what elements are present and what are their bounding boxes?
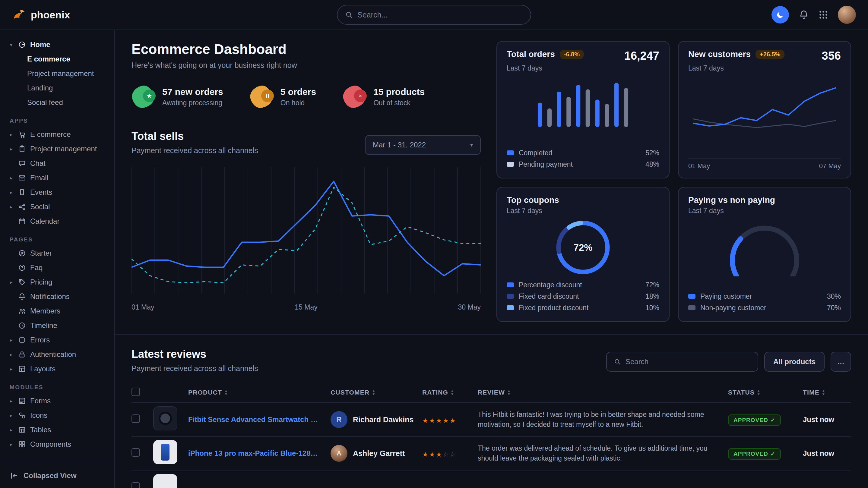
column-review[interactable]: REVIEW▴▾ (478, 389, 728, 396)
sidebar-item-starter[interactable]: Starter (8, 246, 109, 260)
sort-icon: ▴▾ (451, 389, 454, 395)
paying-gauge-svg (710, 216, 819, 276)
sidebar-item-e-commerce[interactable]: ▸E commerce (8, 127, 109, 142)
product-link[interactable]: iPhone 13 pro max-Pacific Blue-128GB sto… (188, 449, 331, 458)
sidebar-item-members[interactable]: Members (8, 304, 109, 318)
search-input[interactable] (358, 10, 523, 19)
total-orders-chart-svg (507, 78, 659, 130)
users-icon (18, 307, 26, 315)
main-content: Ecommerce Dashboard Here's what's going … (115, 30, 868, 488)
customer-cell[interactable]: AAshley Garrett (331, 445, 422, 462)
product-link[interactable]: Fitbit Sense Advanced Smartwatch with To… (188, 415, 331, 424)
customer-cell[interactable]: RRichard Dawkins (331, 411, 422, 428)
sidebar-item-label: Starter (30, 249, 52, 257)
sidebar-item-home[interactable]: ▾Home (8, 37, 109, 52)
star-icon: ★ (436, 451, 443, 458)
column-product[interactable]: PRODUCT▴▾ (188, 389, 331, 396)
sidebar-item-project-management[interactable]: Project management (8, 66, 109, 81)
sidebar-item-chat[interactable]: Chat (8, 156, 109, 171)
sidebar-item-timeline[interactable]: Timeline (8, 318, 109, 333)
caret-icon: ▸ (8, 132, 14, 137)
chat-icon (18, 159, 26, 167)
notifications-button[interactable] (799, 10, 809, 20)
sidebar-nav: ▾HomeE commerceProject managementLanding… (0, 30, 114, 463)
orders-legend: Completed 52% Pending payment 48% (507, 147, 659, 170)
sort-icon: ▴▾ (372, 389, 375, 395)
sidebar-item-pricing[interactable]: ▸Pricing (8, 275, 109, 289)
clipboard-icon (18, 145, 26, 153)
sidebar-item-social[interactable]: ▸Social (8, 199, 109, 214)
layout-icon (18, 365, 26, 373)
shapes-icon (18, 412, 26, 419)
row-checkbox[interactable] (131, 415, 140, 423)
brand-name: phoenix (31, 9, 70, 21)
sidebar-item-landing[interactable]: Landing (8, 81, 109, 95)
bell-icon (799, 10, 809, 20)
column-status[interactable]: STATUS▴▾ (728, 389, 803, 396)
sidebar-item-notifications[interactable]: Notifications (8, 289, 109, 304)
star-icon: ★ (422, 417, 429, 424)
sidebar-item-email[interactable]: ▸Email (8, 171, 109, 185)
reviews-search[interactable] (606, 352, 758, 372)
sidebar-item-label: Tables (30, 426, 51, 434)
sidebar-item-layouts[interactable]: ▸Layouts (8, 362, 109, 376)
stat-item: × 15 products Out of stock (343, 85, 425, 108)
column-time[interactable]: TIME▴▾ (803, 389, 851, 396)
stat-value: 57 new orders (162, 87, 223, 97)
legend-label: Pending payment (519, 160, 573, 168)
more-options-button[interactable]: … (831, 352, 851, 372)
collapsed-view-toggle[interactable]: Collapsed View (0, 463, 114, 488)
row-checkbox[interactable] (131, 448, 140, 457)
sidebar-item-errors[interactable]: ▸Errors (8, 333, 109, 347)
product-image[interactable] (153, 440, 177, 464)
card-title: Total orders (507, 50, 555, 59)
sidebar-item-social-feed[interactable]: Social feed (8, 95, 109, 110)
stat-caption: On hold (280, 99, 316, 107)
sidebar-item-calendar[interactable]: Calendar (8, 214, 109, 228)
sidebar-item-icons[interactable]: ▸Icons (8, 408, 109, 423)
sidebar-item-e-commerce[interactable]: E commerce (8, 52, 109, 66)
sidebar-item-project-management[interactable]: ▸Project management (8, 142, 109, 156)
trend-badge: -6.8% (560, 50, 584, 59)
column-customer[interactable]: CUSTOMER▴▾ (331, 389, 422, 396)
sidebar-item-faq[interactable]: Faq (8, 260, 109, 275)
card-title: Top coupons (507, 195, 659, 205)
topbar-search[interactable] (337, 5, 531, 25)
review-text: The order was delivered ahead of schedul… (478, 444, 728, 464)
reviews-search-input[interactable] (625, 357, 750, 366)
trend-badge: +26.5% (755, 50, 784, 59)
sidebar-item-tables[interactable]: ▸Tables (8, 423, 109, 437)
x-axis-labels: 01 May15 May30 May (131, 303, 481, 312)
sidebar-item-label: Authentication (30, 350, 76, 359)
product-image[interactable] (153, 406, 177, 430)
table-row (131, 470, 851, 488)
legend-bullet (507, 305, 514, 310)
star-icon: ★ (443, 417, 450, 424)
apps-grid-button[interactable] (818, 10, 828, 20)
user-avatar[interactable] (838, 6, 856, 24)
row-checkbox[interactable] (131, 482, 140, 488)
all-products-button[interactable]: All products (764, 352, 825, 372)
product-image[interactable] (153, 474, 177, 488)
sidebar-item-components[interactable]: ▸Components (8, 437, 109, 452)
column-rating[interactable]: RATING▴▾ (422, 389, 478, 396)
theme-toggle-button[interactable] (772, 6, 789, 24)
caret-icon: ▸ (8, 413, 14, 418)
date-range-select[interactable]: Mar 1 - 31, 2022 ▾ (365, 135, 481, 155)
legend-item: Paying customer 30% (688, 291, 841, 302)
legend-item: Fixed product discount 10% (507, 302, 659, 314)
sidebar-item-forms[interactable]: ▸Forms (8, 394, 109, 408)
total-sells-title: Total sells (131, 130, 258, 142)
legend-label: Non-paying customer (700, 304, 766, 312)
legend-bullet (688, 305, 695, 310)
x-axis-label: 30 May (458, 303, 481, 312)
table-header: PRODUCT▴▾ CUSTOMER▴▾ RATING▴▾ REVIEW▴▾ S… (131, 383, 851, 403)
pie-icon (18, 41, 26, 48)
card-title: New customers (688, 50, 751, 59)
sidebar-item-events[interactable]: ▸Events (8, 185, 109, 199)
brand[interactable]: phoenix (12, 8, 70, 22)
select-all-checkbox[interactable] (131, 388, 140, 396)
caret-icon: ▸ (8, 442, 14, 447)
sidebar-item-authentication[interactable]: ▸Authentication (8, 347, 109, 362)
stat-item: 5 orders On hold (250, 85, 316, 108)
